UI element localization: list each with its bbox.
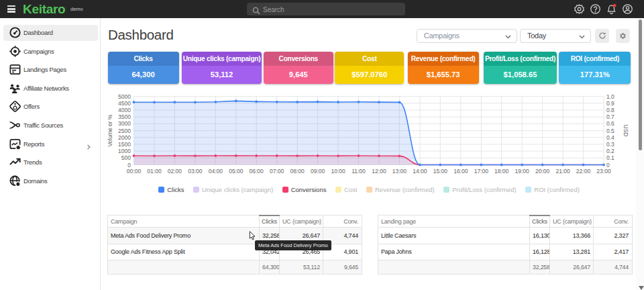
svg-text:0.2: 0.2 [606, 148, 614, 154]
svg-text:17:00: 17:00 [474, 168, 489, 175]
svg-text:0: 0 [127, 162, 131, 168]
svg-text:07:00: 07:00 [270, 168, 284, 175]
svg-text:4500: 4500 [118, 100, 131, 107]
svg-text:500: 500 [121, 154, 131, 161]
svg-text:03:00: 03:00 [188, 168, 203, 175]
svg-text:19:00: 19:00 [515, 168, 530, 175]
svg-text:18:00: 18:00 [494, 168, 509, 175]
svg-text:11:00: 11:00 [352, 168, 366, 175]
svg-text:1000: 1000 [118, 148, 131, 154]
svg-text:04:00: 04:00 [209, 168, 223, 175]
svg-text:23:00: 23:00 [596, 168, 611, 175]
svg-text:2000: 2000 [118, 134, 131, 141]
svg-text:0.4: 0.4 [606, 134, 614, 141]
svg-text:12:00: 12:00 [372, 168, 386, 175]
svg-text:0.9: 0.9 [606, 100, 614, 107]
svg-text:20:00: 20:00 [535, 168, 550, 175]
svg-text:1.0: 1.0 [606, 93, 614, 100]
svg-text:02:00: 02:00 [168, 168, 182, 175]
svg-text:0: 0 [606, 162, 610, 168]
svg-text:21:00: 21:00 [555, 168, 570, 175]
svg-text:5000: 5000 [118, 93, 131, 100]
svg-text:4000: 4000 [118, 107, 131, 113]
svg-text:09:00: 09:00 [311, 168, 325, 175]
svg-text:3000: 3000 [118, 120, 131, 127]
svg-text:0.1: 0.1 [606, 154, 614, 161]
svg-text:USD: USD [623, 125, 629, 137]
svg-text:16:00: 16:00 [453, 168, 468, 175]
svg-text:0.5: 0.5 [606, 128, 614, 134]
svg-text:Volume or %: Volume or % [107, 114, 113, 147]
svg-text:06:00: 06:00 [250, 168, 264, 175]
svg-text:15:00: 15:00 [433, 168, 448, 175]
svg-text:00:00: 00:00 [127, 168, 142, 175]
svg-text:0.7: 0.7 [606, 113, 614, 120]
svg-text:2500: 2500 [118, 128, 131, 134]
svg-text:22:00: 22:00 [576, 168, 591, 175]
svg-text:05:00: 05:00 [229, 168, 244, 175]
svg-text:08:00: 08:00 [290, 168, 305, 175]
svg-text:13:00: 13:00 [392, 168, 407, 175]
svg-text:0.3: 0.3 [606, 141, 614, 148]
svg-text:01:00: 01:00 [147, 168, 162, 175]
svg-text:3500: 3500 [118, 113, 131, 120]
svg-text:10:00: 10:00 [331, 168, 345, 175]
svg-text:0.8: 0.8 [606, 107, 614, 113]
svg-text:0.6: 0.6 [606, 120, 614, 127]
svg-text:1500: 1500 [118, 141, 131, 148]
svg-text:14:00: 14:00 [413, 168, 427, 175]
